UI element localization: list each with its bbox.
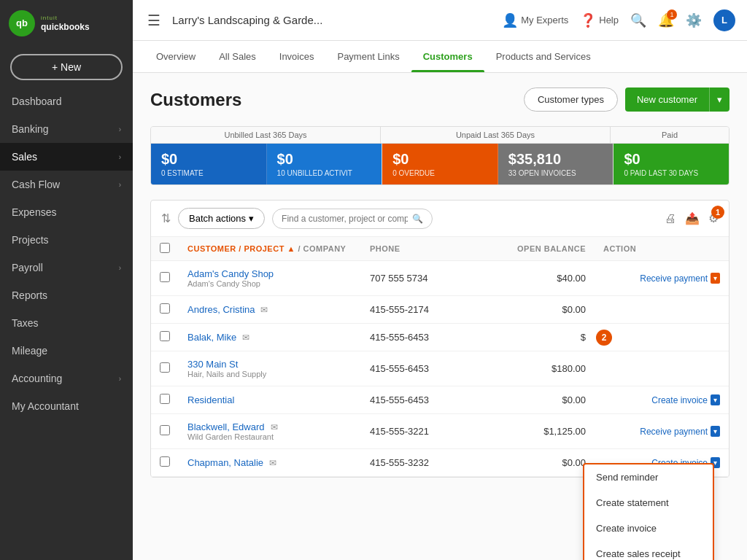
unbilled-group-label: Unbilled Last 365 Days (151, 127, 381, 143)
user-avatar[interactable]: L (713, 9, 735, 31)
print-icon[interactable]: 🖨 (665, 212, 676, 225)
row-balance: $ 2 (492, 324, 595, 351)
row-action: Receive payment ▾ (595, 414, 729, 449)
page-title: Customers (150, 90, 241, 110)
customers-table: CUSTOMER / PROJECT ▲ / COMPANY PHONE OPE… (151, 237, 729, 477)
paid-amount: $0 (624, 151, 719, 168)
page-content: Customers Customer types New customer ▾ … (133, 73, 747, 560)
receive-payment-button[interactable]: Receive payment (640, 427, 708, 437)
row-customer: Blackwell, Edward ✉ Wild Garden Restaura… (179, 414, 361, 449)
email-icon: ✉ (242, 332, 249, 343)
table-row: Adam's Candy Shop Adam's Candy Shop 707 … (151, 261, 729, 296)
row-select-checkbox[interactable] (160, 362, 170, 373)
unbilled-label: 10 UNBILLED ACTIVIT (277, 169, 372, 177)
row-select-checkbox[interactable] (160, 272, 170, 282)
overdue-card[interactable]: $0 0 OVERDUE (382, 144, 498, 184)
row-select-checkbox[interactable] (160, 331, 170, 341)
sidebar-item-expenses[interactable]: Expenses (0, 198, 133, 226)
sort-icon[interactable]: ⇅ (161, 211, 171, 225)
sidebar-logo: qb intuit quickbooks (0, 0, 133, 47)
help-button[interactable]: ❓ Help (580, 12, 619, 28)
toolbar-right: 🖨 📤 ⚙ 1 (665, 211, 719, 225)
sidebar-item-reports[interactable]: Reports (0, 281, 133, 309)
tab-overview[interactable]: Overview (144, 41, 207, 72)
search-icon[interactable]: 🔍 (630, 12, 646, 28)
header-action: ACTION (595, 237, 729, 261)
menu-icon[interactable]: ☰ (144, 9, 163, 32)
quickbooks-label: quickbooks (41, 22, 90, 32)
action-dropdown-button[interactable]: ▾ (711, 273, 720, 284)
sidebar-item-taxes[interactable]: Taxes (0, 309, 133, 337)
tab-products-services[interactable]: Products and Services (484, 41, 603, 72)
search-box: 🔍 (272, 209, 433, 229)
sidebar-item-dashboard[interactable]: Dashboard (0, 88, 133, 115)
row-checkbox (151, 261, 179, 296)
dropdown-item-create-invoice[interactable]: Create invoice (584, 516, 713, 541)
sidebar-item-sales[interactable]: Sales › (0, 143, 133, 171)
table-row: Blackwell, Edward ✉ Wild Garden Restaura… (151, 414, 729, 449)
tab-payment-links[interactable]: Payment Links (325, 41, 411, 72)
sidebar-item-cashflow[interactable]: Cash Flow › (0, 171, 133, 198)
sidebar-item-mileage[interactable]: Mileage (0, 337, 133, 365)
row-action (595, 324, 729, 351)
table-row: Balak, Mike ✉ 415-555-6453 $ 2 (151, 324, 729, 351)
dropdown-item-create-sales-receipt[interactable]: Create sales receipt (584, 541, 713, 560)
row-customer: Chapman, Natalie ✉ (179, 449, 361, 477)
toolbar-left: ⇅ Batch actions ▾ 🔍 (161, 208, 433, 229)
unpaid-group-label: Unpaid Last 365 Days (381, 127, 611, 143)
tab-customers[interactable]: Customers (411, 41, 484, 72)
my-experts-button[interactable]: 👤 My Experts (502, 12, 568, 28)
customer-types-button[interactable]: Customer types (524, 88, 618, 112)
row-select-checkbox[interactable] (160, 394, 170, 404)
select-all-checkbox[interactable] (160, 243, 170, 253)
notifications-icon[interactable]: 🔔 1 (658, 12, 674, 28)
new-button[interactable]: + New (10, 54, 123, 80)
sidebar-item-banking[interactable]: Banking › (0, 115, 133, 143)
chevron-right-icon: › (119, 125, 121, 133)
unbilled-card[interactable]: $0 10 UNBILLED ACTIVIT (267, 144, 383, 184)
action-dropdown-button[interactable]: ▾ (711, 426, 720, 437)
row-balance: $180.00 (492, 351, 595, 386)
row-select-checkbox[interactable] (160, 303, 170, 314)
row-customer: Residential (179, 386, 361, 414)
row-action (595, 296, 729, 324)
create-invoice-button[interactable]: Create invoice (651, 395, 708, 405)
row-customer: Balak, Mike ✉ (179, 324, 361, 351)
sidebar-item-accountant[interactable]: My Accountant (0, 392, 133, 420)
action-dropdown-button[interactable]: ▾ (711, 394, 720, 405)
row-phone: 415-555-2174 (361, 296, 492, 324)
experts-icon: 👤 (502, 12, 518, 28)
estimate-card[interactable]: $0 0 ESTIMATE (151, 144, 267, 184)
header-balance: OPEN BALANCE (492, 237, 595, 261)
header-phone: PHONE (361, 237, 492, 261)
sidebar-item-projects[interactable]: Projects (0, 226, 133, 254)
row-select-checkbox[interactable] (160, 425, 170, 435)
summary-cards: Unbilled Last 365 Days Unpaid Last 365 D… (150, 126, 729, 185)
topbar: ☰ Larry's Landscaping & Garde... 👤 My Ex… (133, 0, 747, 41)
receive-payment-button[interactable]: Receive payment (640, 273, 708, 284)
dropdown-item-send-reminder[interactable]: Send reminder (584, 464, 713, 490)
paid-card[interactable]: $0 0 PAID LAST 30 DAYS (614, 144, 729, 184)
batch-actions-button[interactable]: Batch actions ▾ (178, 208, 265, 229)
new-customer-dropdown-arrow[interactable]: ▾ (709, 88, 729, 112)
tab-all-sales[interactable]: All Sales (207, 41, 268, 72)
company-name: Larry's Landscaping & Garde... (172, 14, 493, 26)
settings-icon[interactable]: ⚙️ (686, 12, 702, 28)
sidebar-item-accounting[interactable]: Accounting › (0, 365, 133, 392)
header-actions: Customer types New customer ▾ (524, 88, 729, 112)
header-customer[interactable]: CUSTOMER / PROJECT ▲ / COMPANY (179, 237, 361, 261)
row-customer: Adam's Candy Shop Adam's Candy Shop (179, 261, 361, 296)
notification-badge: 1 (667, 9, 677, 20)
search-input[interactable] (282, 214, 408, 224)
dropdown-item-create-statement[interactable]: Create statement (584, 490, 713, 516)
export-icon[interactable]: 📤 (685, 211, 700, 225)
row-select-checkbox[interactable] (160, 456, 170, 467)
summary-card-row: $0 0 ESTIMATE $0 10 UNBILLED ACTIVIT $0 … (151, 144, 729, 184)
open-invoices-card[interactable]: $35,810 33 OPEN INVOICES (498, 144, 614, 184)
sidebar-item-payroll[interactable]: Payroll › (0, 254, 133, 281)
main-content: ☰ Larry's Landscaping & Garde... 👤 My Ex… (133, 0, 747, 560)
tab-invoices[interactable]: Invoices (268, 41, 326, 72)
paid-label: 0 PAID LAST 30 DAYS (624, 169, 719, 177)
new-customer-button[interactable]: New customer (625, 88, 709, 112)
open-invoices-label: 33 OPEN INVOICES (508, 169, 603, 177)
